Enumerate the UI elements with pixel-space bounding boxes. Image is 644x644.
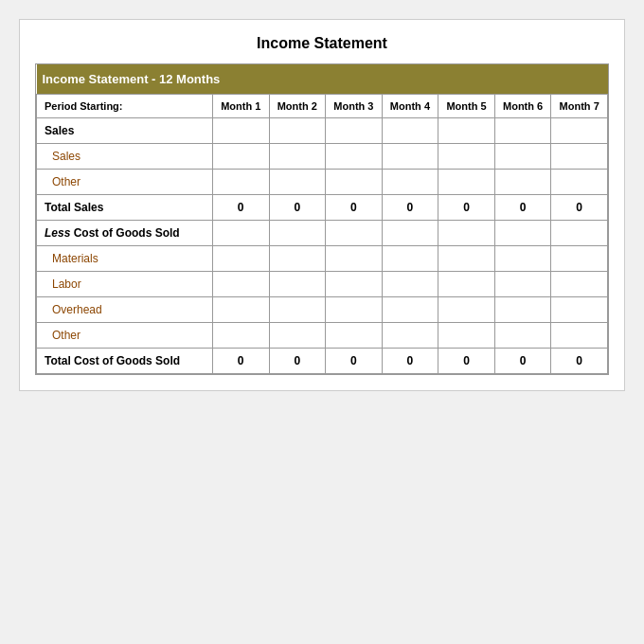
cogs-other-m5	[438, 323, 495, 349]
sales-label: Sales	[37, 118, 213, 144]
total-cogs-row: Total Cost of Goods Sold 0 0 0 0 0 0 0	[37, 349, 608, 374]
cogs-h-m1	[212, 221, 269, 246]
sales-other-m2	[269, 170, 326, 195]
total-sales-m5: 0	[438, 195, 495, 221]
cogs-less-italic: Less	[45, 226, 70, 240]
cogs-h-m4	[382, 221, 438, 246]
sales-h-m7	[551, 118, 608, 144]
sales-v-m4	[382, 144, 438, 170]
table-wrapper: Income Statement - 12 Months Period Star…	[35, 63, 609, 375]
cogs-other-m7	[551, 323, 608, 349]
cogs-other-row: Other	[37, 323, 608, 349]
sales-other-m5	[438, 170, 495, 195]
sales-other-m1	[212, 170, 269, 195]
mat-m6	[494, 246, 551, 272]
sales-section-header: Sales	[37, 118, 608, 144]
table-subtitle: Income Statement - 12 Months	[37, 64, 608, 95]
col-month3: Month 3	[326, 95, 383, 118]
total-sales-m1: 0	[212, 195, 269, 221]
cogs-h-m6	[494, 221, 551, 246]
labor-row: Labor	[37, 272, 608, 297]
income-statement-table: Income Statement - 12 Months Period Star…	[36, 64, 608, 374]
ovh-m5	[438, 297, 495, 323]
ovh-m6	[494, 297, 551, 323]
total-sales-row: Total Sales 0 0 0 0 0 0 0	[37, 195, 608, 221]
sales-v-m1	[212, 144, 269, 170]
col-month7: Month 7	[551, 95, 608, 118]
cogs-other-m6	[494, 323, 551, 349]
cogs-h-m7	[551, 221, 608, 246]
cogs-other-label: Other	[37, 323, 213, 349]
cogs-h-m2	[269, 221, 326, 246]
cogs-section-header: Less Cost of Goods Sold	[37, 221, 608, 246]
page-title: Income Statement	[35, 35, 609, 52]
materials-row: Materials	[37, 246, 608, 272]
mat-m4	[382, 246, 438, 272]
sales-other-m7	[551, 170, 608, 195]
sales-v-m5	[438, 144, 495, 170]
total-sales-m2: 0	[269, 195, 326, 221]
total-cogs-m4: 0	[382, 349, 438, 374]
total-sales-m6: 0	[494, 195, 551, 221]
lab-m1	[212, 272, 269, 297]
cogs-h-m3	[326, 221, 383, 246]
sales-h-m5	[438, 118, 495, 144]
labor-label: Labor	[37, 272, 213, 297]
sales-h-m4	[382, 118, 438, 144]
total-cogs-label: Total Cost of Goods Sold	[37, 349, 213, 374]
mat-m7	[551, 246, 608, 272]
total-cogs-m1: 0	[212, 349, 269, 374]
page-container: Income Statement Income Statement - 12 M…	[19, 19, 625, 391]
mat-m3	[326, 246, 383, 272]
sales-v-m2	[269, 144, 326, 170]
lab-m7	[551, 272, 608, 297]
sales-item-label: Sales	[37, 144, 213, 170]
mat-m1	[212, 246, 269, 272]
lab-m4	[382, 272, 438, 297]
col-month2: Month 2	[269, 95, 326, 118]
sales-v-m7	[551, 144, 608, 170]
col-month5: Month 5	[438, 95, 495, 118]
sales-h-m1	[212, 118, 269, 144]
overhead-label: Overhead	[37, 297, 213, 323]
total-cogs-m3: 0	[326, 349, 383, 374]
ovh-m4	[382, 297, 438, 323]
ovh-m7	[551, 297, 608, 323]
ovh-m1	[212, 297, 269, 323]
lab-m5	[438, 272, 495, 297]
col-month4: Month 4	[382, 95, 438, 118]
sales-other-row: Other	[37, 170, 608, 195]
overhead-row: Overhead	[37, 297, 608, 323]
total-cogs-m7: 0	[551, 349, 608, 374]
lab-m2	[269, 272, 326, 297]
lab-m3	[326, 272, 383, 297]
total-sales-m4: 0	[382, 195, 438, 221]
total-cogs-m6: 0	[494, 349, 551, 374]
sales-other-label: Other	[37, 170, 213, 195]
sales-other-m6	[494, 170, 551, 195]
sales-h-m2	[269, 118, 326, 144]
col-month6: Month 6	[494, 95, 551, 118]
mat-m2	[269, 246, 326, 272]
sales-other-m4	[382, 170, 438, 195]
sales-other-m3	[326, 170, 383, 195]
cogs-other-m3	[326, 323, 383, 349]
cogs-header-label: Less Cost of Goods Sold	[37, 221, 213, 246]
cogs-other-m4	[382, 323, 438, 349]
ovh-m2	[269, 297, 326, 323]
total-sales-m7: 0	[551, 195, 608, 221]
lab-m6	[494, 272, 551, 297]
period-label: Period Starting:	[37, 95, 213, 118]
materials-label: Materials	[37, 246, 213, 272]
total-cogs-m5: 0	[438, 349, 495, 374]
cogs-suffix: Cost of Goods Sold	[70, 226, 179, 240]
sales-row: Sales	[37, 144, 608, 170]
total-sales-m3: 0	[326, 195, 383, 221]
cogs-other-m1	[212, 323, 269, 349]
table-header-row: Income Statement - 12 Months	[37, 64, 608, 95]
mat-m5	[438, 246, 495, 272]
col-month1: Month 1	[212, 95, 269, 118]
sales-v-m3	[326, 144, 383, 170]
ovh-m3	[326, 297, 383, 323]
total-cogs-m2: 0	[269, 349, 326, 374]
